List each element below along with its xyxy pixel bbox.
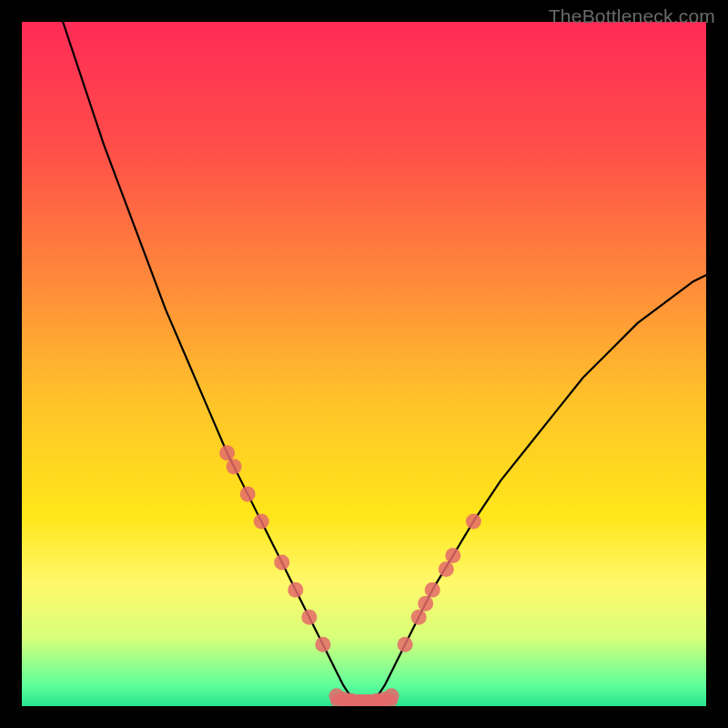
data-marker <box>219 445 235 460</box>
data-marker <box>240 486 256 501</box>
data-marker <box>384 688 399 703</box>
chart-svg <box>22 22 706 706</box>
data-marker <box>301 610 317 625</box>
chart-frame <box>22 22 706 706</box>
gradient-background <box>22 22 706 706</box>
data-marker <box>425 582 440 598</box>
data-marker <box>466 513 481 529</box>
data-marker <box>411 610 427 625</box>
data-marker <box>288 582 303 598</box>
data-marker <box>254 513 269 529</box>
data-marker <box>439 561 454 577</box>
data-marker <box>445 548 460 563</box>
data-marker <box>227 459 242 474</box>
data-marker <box>274 555 289 571</box>
data-marker <box>315 637 330 652</box>
watermark-text: TheBottleneck.com <box>549 5 715 27</box>
data-marker <box>418 596 433 612</box>
data-marker <box>398 637 413 652</box>
